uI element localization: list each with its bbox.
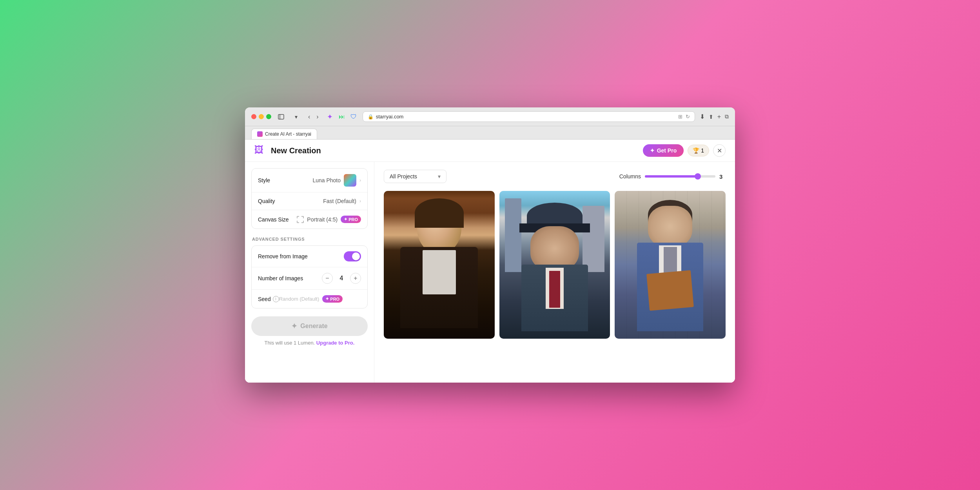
style-value: Luna Photo › (312, 174, 361, 187)
browser-window: ▾ ‹ › ✦ ⏭ 🛡 🔒 starryai.com ⊞ ↻ ⬇ ⬆ + ⧉ (245, 107, 735, 383)
pro-text: PRO (348, 217, 358, 222)
seed-placeholder: Random (Default) (279, 296, 319, 302)
lumen-button[interactable]: 🏆 1 (688, 145, 709, 156)
logo-icon: 🖼 (254, 144, 267, 157)
maximize-window-button[interactable] (266, 114, 271, 119)
seed-label-group: Seed i (258, 296, 279, 302)
quality-label: Quality (258, 198, 323, 204)
style-chevron-icon: › (359, 178, 361, 183)
seed-label: Seed (258, 296, 271, 302)
starryai-ext-icon[interactable]: ✦ (326, 113, 334, 121)
canvas-size-row[interactable]: Canvas Size Portrait (4:5) ✦ PRO (252, 210, 367, 229)
advanced-settings-card: Remove from Image Number of Images − 4 + (251, 245, 368, 309)
lumen-notice-text: This will use 1 Lumen. (265, 340, 315, 346)
gallery-item[interactable] (499, 191, 610, 339)
num-images-stepper: − 4 + (322, 273, 361, 284)
canvas-size-label: Canvas Size (258, 216, 297, 223)
ext-icon-2[interactable]: ⏭ (338, 113, 346, 121)
app-title: New Creation (271, 146, 321, 155)
tab-favicon (257, 131, 263, 137)
generate-label: Generate (300, 323, 327, 330)
minimize-window-button[interactable] (259, 114, 264, 119)
gallery-panel: All Projects ▾ Columns 3 (374, 162, 735, 383)
refresh-icon[interactable]: ↻ (686, 114, 690, 120)
projects-label: All Projects (390, 173, 417, 180)
new-tab-icon[interactable]: + (717, 113, 721, 120)
sidebar-toggle-button[interactable] (276, 113, 286, 121)
remove-from-image-toggle[interactable] (344, 251, 361, 261)
columns-control: Columns 3 (619, 173, 726, 180)
sidebar-chevron-button[interactable]: ▾ (291, 113, 301, 121)
browser-nav: ‹ › (306, 112, 321, 122)
projects-chevron-icon: ▾ (438, 173, 441, 180)
url-text: starryai.com (376, 114, 404, 120)
translate-icon[interactable]: ⊞ (678, 114, 682, 120)
advanced-settings-title: ADVANCED SETTINGS (251, 237, 368, 241)
seed-pro-plus-icon: ✦ (325, 296, 329, 301)
traffic-lights (251, 114, 271, 119)
get-pro-button[interactable]: ✦ Get Pro (643, 144, 684, 157)
sidebar: Style Luna Photo › Quality Fast (Default… (245, 162, 374, 383)
pro-plus-icon: ✦ (344, 217, 347, 222)
close-icon: ✕ (717, 147, 722, 154)
star-icon: ✦ (650, 147, 655, 154)
seed-pro-text: PRO (330, 297, 339, 301)
gallery-grid (384, 191, 726, 339)
quality-text: Fast (Default) (323, 198, 356, 204)
num-images-value: 4 (338, 275, 345, 282)
toggle-knob (352, 252, 360, 260)
gallery-item[interactable] (615, 191, 726, 339)
address-bar-right: ⊞ ↻ (678, 114, 690, 120)
address-bar[interactable]: 🔒 starryai.com ⊞ ↻ (363, 111, 695, 122)
upgrade-link[interactable]: Upgrade to Pro. (316, 340, 355, 346)
lumen-count: 1 (701, 147, 704, 154)
quality-row[interactable]: Quality Fast (Default) › (252, 192, 367, 210)
tabs-icon[interactable]: ⧉ (725, 113, 729, 120)
projects-dropdown[interactable]: All Projects ▾ (384, 170, 446, 183)
decrement-button[interactable]: − (322, 273, 333, 284)
style-row[interactable]: Style Luna Photo › (252, 169, 367, 192)
quality-value: Fast (Default) › (323, 198, 361, 204)
forward-button[interactable]: › (314, 112, 321, 122)
svg-rect-0 (278, 114, 284, 119)
style-thumbnail (344, 174, 356, 187)
generate-button[interactable]: ✦ Generate (251, 316, 368, 336)
lumen-emoji: 🏆 (693, 147, 699, 154)
generate-sparkle-icon: ✦ (291, 322, 297, 330)
increment-button[interactable]: + (350, 273, 361, 284)
app-header: 🖼 New Creation ✦ Get Pro 🏆 1 ✕ (245, 140, 735, 162)
canvas-size-icon (297, 216, 304, 223)
remove-from-image-label: Remove from Image (258, 253, 344, 260)
columns-slider-thumb (695, 173, 701, 180)
lumen-notice: This will use 1 Lumen. Upgrade to Pro. (251, 340, 368, 346)
seed-value-group: Random (Default) ✦ PRO (279, 295, 343, 303)
pro-badge-canvas: ✦ PRO (341, 216, 361, 223)
app-content: 🖼 New Creation ✦ Get Pro 🏆 1 ✕ (245, 140, 735, 383)
gallery-toolbar: All Projects ▾ Columns 3 (384, 170, 726, 183)
pro-badge-seed: ✦ PRO (322, 295, 343, 303)
tab-title: Create AI Art - starryai (265, 131, 311, 137)
back-button[interactable]: ‹ (306, 112, 312, 122)
canvas-size-text: Portrait (4:5) (307, 216, 338, 223)
gallery-item[interactable] (384, 191, 495, 339)
browser-tabbar: Create AI Art - starryai (245, 126, 735, 140)
columns-slider[interactable] (645, 175, 715, 178)
browser-titlebar: ▾ ‹ › ✦ ⏭ 🛡 🔒 starryai.com ⊞ ↻ ⬇ ⬆ + ⧉ (245, 107, 735, 126)
columns-label: Columns (619, 173, 641, 180)
close-button[interactable]: ✕ (713, 144, 726, 157)
close-window-button[interactable] (251, 114, 256, 119)
ext-icon-3[interactable]: 🛡 (349, 113, 358, 121)
settings-card: Style Luna Photo › Quality Fast (Default… (251, 168, 368, 229)
share-icon[interactable]: ⬆ (709, 114, 713, 120)
browser-actions: ⬇ ⬆ + ⧉ (700, 113, 729, 120)
active-tab[interactable]: Create AI Art - starryai (251, 129, 317, 139)
seed-info-icon[interactable]: i (273, 296, 279, 302)
app-logo: 🖼 New Creation (254, 144, 321, 157)
columns-value: 3 (719, 173, 726, 180)
quality-chevron-icon: › (359, 198, 361, 204)
header-actions: ✦ Get Pro 🏆 1 ✕ (643, 144, 726, 157)
lock-icon: 🔒 (368, 114, 374, 120)
columns-slider-fill (645, 175, 698, 178)
num-images-label: Number of Images (258, 275, 322, 281)
download-icon[interactable]: ⬇ (700, 113, 705, 120)
